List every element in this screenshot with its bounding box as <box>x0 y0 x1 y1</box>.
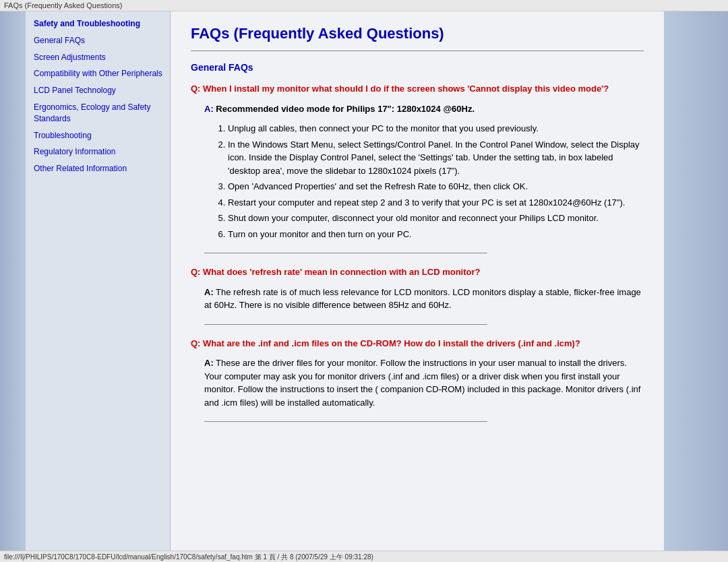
q-label: Q: <box>191 267 200 277</box>
sidebar-item-safety[interactable]: Safety and Troubleshooting <box>34 18 163 30</box>
q-label: Q: <box>191 338 200 348</box>
sidebar-item-ergonomics[interactable]: Ergonomics, Ecology and Safety Standards <box>34 102 163 125</box>
answer-intro-1: A: Recommended video mode for Philips 17… <box>204 102 644 116</box>
sidebar-item-general-faqs[interactable]: General FAQs <box>34 35 163 46</box>
answer-text-2: A: The refresh rate is of much less rele… <box>204 286 644 312</box>
qa-block-3: Q: What are the .inf and .icm files on t… <box>191 337 644 410</box>
q-label: Q: <box>191 84 200 94</box>
a-label: A: <box>204 104 214 114</box>
list-item: Unplug all cables, then connect your PC … <box>228 122 644 135</box>
title-divider <box>191 51 644 51</box>
list-item: Turn on your monitor and then turn on yo… <box>228 228 644 241</box>
title-bar-text: FAQs (Frequently Asked Questions) <box>4 1 122 9</box>
sidebar: Safety and TroubleshootingGeneral FAQsSc… <box>26 11 171 551</box>
answer-text-3: A: These are the driver files for your m… <box>204 356 644 409</box>
qa-block-1: Q: When I install my monitor what should… <box>191 82 644 241</box>
question-1: Q: When I install my monitor what should… <box>191 82 644 96</box>
sidebar-item-regulatory[interactable]: Regulatory Information <box>34 146 163 158</box>
section-divider-2 <box>204 324 487 325</box>
sidebar-item-troubleshooting[interactable]: Troubleshooting <box>34 130 163 142</box>
status-bar: file:///I|/PHILIPS/170C8/170C8-EDFU/lcd/… <box>0 551 728 562</box>
left-bar <box>0 11 26 551</box>
list-item: In the Windows Start Menu, select Settin… <box>228 138 644 178</box>
sidebar-item-compatibility[interactable]: Compatibility with Other Peripherals <box>34 68 163 80</box>
section-divider-3 <box>204 421 487 422</box>
section-heading: General FAQs <box>191 62 644 73</box>
question-2: Q: What does 'refresh rate' mean in conn… <box>191 266 644 279</box>
qa-block-2: Q: What does 'refresh rate' mean in conn… <box>191 266 644 312</box>
list-item: Open 'Advanced Properties' and set the R… <box>228 180 644 193</box>
list-item: Restart your computer and repeat step 2 … <box>228 196 644 210</box>
sidebar-item-other[interactable]: Other Related Information <box>34 163 163 175</box>
sidebar-item-lcd-panel[interactable]: LCD Panel Technology <box>34 85 163 96</box>
title-bar: FAQs (Frequently Asked Questions) <box>0 0 728 11</box>
status-bar-text: file:///I|/PHILIPS/170C8/170C8-EDFU/lcd/… <box>4 553 373 561</box>
page-title: FAQs (Frequently Asked Questions) <box>191 25 644 42</box>
a-label: A: <box>204 358 214 368</box>
answer-list-1: Unplug all cables, then connect your PC … <box>228 122 644 241</box>
section-divider-1 <box>204 253 487 253</box>
list-item: Shut down your computer, disconnect your… <box>228 212 644 225</box>
main-content: FAQs (Frequently Asked Questions) Genera… <box>171 11 664 551</box>
a-label: A: <box>204 287 214 297</box>
question-3: Q: What are the .inf and .icm files on t… <box>191 337 644 350</box>
sidebar-item-screen-adjustments[interactable]: Screen Adjustments <box>34 52 163 63</box>
right-bar <box>664 11 728 551</box>
